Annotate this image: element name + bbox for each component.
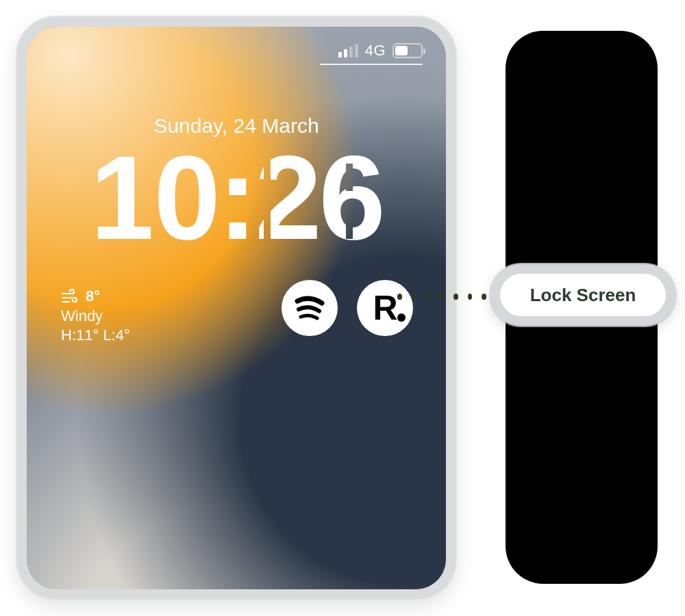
battery-icon (393, 43, 423, 58)
weather-temp: 8° (86, 287, 100, 307)
r-app-widget[interactable]: R (357, 280, 413, 336)
signal-icon (338, 44, 358, 57)
network-label: 4G (365, 42, 386, 60)
status-underline (320, 64, 423, 65)
r-app-icon: R (373, 291, 397, 325)
phone-frame: 4G Sunday, 24 March (17, 17, 456, 599)
r-app-letter: R (373, 289, 397, 327)
spotify-widget[interactable] (282, 280, 338, 336)
clock-time-text: 10:26 (90, 136, 383, 259)
lock-clock: 10:26 (27, 136, 446, 259)
wind-icon (61, 289, 79, 304)
spotify-icon (292, 289, 327, 327)
lock-date: Sunday, 24 March (27, 114, 446, 138)
weather-condition: Windy (61, 307, 130, 326)
status-bar: 4G (338, 40, 423, 61)
callout-label: Lock Screen (530, 285, 636, 306)
weather-widget[interactable]: 8° Windy H:11° L:4° (61, 287, 130, 346)
callout-connector (397, 294, 500, 299)
phone-screen[interactable]: 4G Sunday, 24 March (27, 27, 446, 589)
weather-high-low: H:11° L:4° (61, 326, 130, 346)
callout-pill[interactable]: Lock Screen (490, 264, 675, 326)
